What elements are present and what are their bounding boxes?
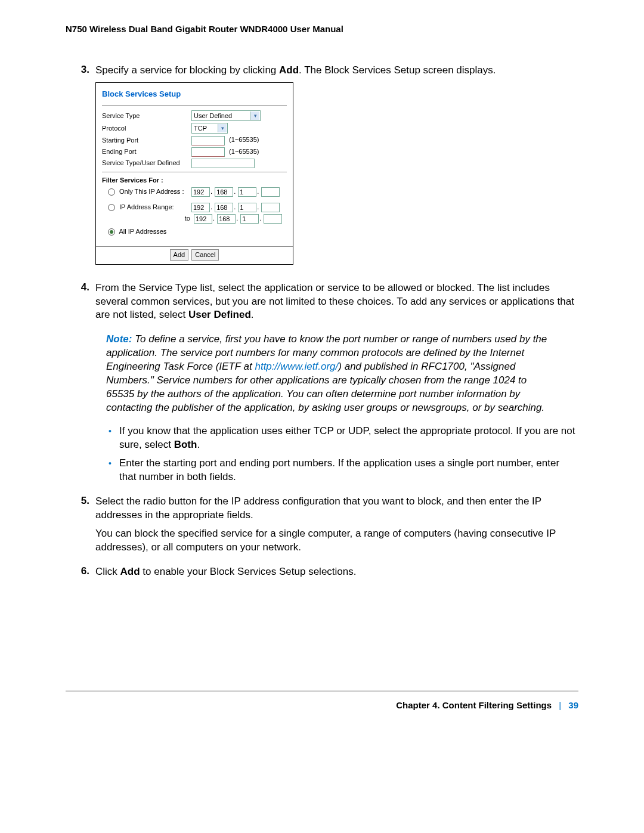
note-label: Note: <box>106 333 132 345</box>
page-footer: Chapter 4. Content Filtering Settings | … <box>66 690 578 710</box>
page-header-title: N750 Wireless Dual Band Gigabit Router W… <box>66 24 578 34</box>
all-ip-label: All IP Addresses <box>119 228 166 235</box>
range-from-3[interactable]: 1 <box>238 203 256 212</box>
filter-services-title: Filter Services For : <box>102 176 287 185</box>
step-4-text: From the Service Type list, select the a… <box>95 281 578 323</box>
step-5-p2: You can block the specified service for … <box>95 527 578 555</box>
step-4-bold: User Defined <box>188 309 251 320</box>
starting-port-label: Starting Port <box>102 136 191 145</box>
ietf-link[interactable]: http://www.ietf.org/ <box>255 361 338 372</box>
ip-range-label: IP Address Range: <box>119 203 174 210</box>
step-6-bold: Add <box>120 566 140 577</box>
step-4-number: 4. <box>66 281 95 489</box>
service-type-select[interactable]: User Defined ▾ <box>191 110 261 121</box>
user-defined-label: Service Type/User Defined <box>102 159 191 168</box>
bullet-1-bold: Both <box>174 439 197 450</box>
only-ip-1[interactable]: 192 <box>191 187 210 197</box>
step-3-number: 3. <box>66 64 95 275</box>
range-to-1[interactable]: 192 <box>194 214 212 224</box>
footer-separator: | <box>559 700 561 710</box>
range-to-2[interactable]: 168 <box>217 214 236 224</box>
ending-port-hint: (1~65535) <box>229 148 259 155</box>
footer-page-number: 39 <box>568 700 578 710</box>
range-from-4[interactable] <box>261 203 280 212</box>
protocol-value: TCP <box>194 124 207 133</box>
protocol-label: Protocol <box>102 124 191 133</box>
bullet-1-post: . <box>197 439 200 450</box>
cancel-button[interactable]: Cancel <box>191 249 219 261</box>
step-4-post: . <box>251 309 254 320</box>
step-6: 6. Click Add to enable your Block Servic… <box>66 565 578 584</box>
note-ietf-pre: (IETF at <box>216 361 255 372</box>
bullet-2-text: Enter the starting port and ending port … <box>119 457 559 482</box>
step-4-pre: From the Service Type list, select the a… <box>95 282 574 321</box>
chevron-down-icon: ▾ <box>250 112 259 120</box>
block-services-setup-screenshot: Block Services Setup Service Type User D… <box>95 82 578 265</box>
step-3-text: Specify a service for blocking by clicki… <box>95 64 578 78</box>
step-4-bullets: • If you know that the application uses … <box>95 425 578 484</box>
footer-chapter: Chapter 4. Content Filtering Settings <box>396 700 552 710</box>
only-ip-2[interactable]: 168 <box>215 187 233 197</box>
protocol-select[interactable]: TCP ▾ <box>191 123 228 134</box>
screenshot-title: Block Services Setup <box>102 89 287 106</box>
all-ip-radio[interactable] <box>108 228 115 236</box>
bullet-item: • Enter the starting port and ending por… <box>109 457 578 484</box>
only-ip-4[interactable] <box>261 187 280 197</box>
service-type-label: Service Type <box>102 112 191 120</box>
range-from-2[interactable]: 168 <box>215 203 233 212</box>
step-6-number: 6. <box>66 565 95 584</box>
chevron-down-icon: ▾ <box>218 124 227 132</box>
note-paragraph: Note: To define a service, first you hav… <box>95 333 578 415</box>
ip-range-to-label: to <box>185 215 190 222</box>
step-3-bold: Add <box>279 64 299 76</box>
bullet-item: • If you know that the application uses … <box>109 425 578 452</box>
range-from-1[interactable]: 192 <box>191 203 210 212</box>
only-ip-3[interactable]: 1 <box>238 187 256 197</box>
ending-port-label: Ending Port <box>102 147 191 156</box>
ip-range-radio[interactable] <box>108 204 115 211</box>
range-to-3[interactable]: 1 <box>240 214 259 224</box>
bullet-icon: • <box>109 425 119 452</box>
only-this-ip-radio[interactable] <box>108 188 115 196</box>
user-defined-input[interactable] <box>191 159 255 168</box>
step-5-p1: Select the radio button for the IP addre… <box>95 495 578 522</box>
starting-port-hint: (1~65535) <box>229 136 259 143</box>
bullet-icon: • <box>109 457 119 484</box>
step-4: 4. From the Service Type list, select th… <box>66 281 578 489</box>
range-to-4[interactable] <box>264 214 282 224</box>
step-3-pre: Specify a service for blocking by clicki… <box>95 64 279 76</box>
service-type-value: User Defined <box>194 112 232 120</box>
step-3: 3. Specify a service for blocking by cli… <box>66 64 578 275</box>
step-3-post: . The Block Services Setup screen displa… <box>299 64 496 76</box>
step-5: 5. Select the radio button for the IP ad… <box>66 495 578 559</box>
starting-port-input[interactable] <box>191 136 225 145</box>
add-button[interactable]: Add <box>170 249 189 261</box>
step-5-number: 5. <box>66 495 95 559</box>
step-6-text: Click Add to enable your Block Services … <box>95 565 578 579</box>
ending-port-input[interactable] <box>191 147 225 157</box>
only-this-ip-label: Only This IP Address : <box>119 188 184 195</box>
step-6-pre: Click <box>95 566 120 577</box>
step-6-post: to enable your Block Services Setup sele… <box>140 566 357 577</box>
